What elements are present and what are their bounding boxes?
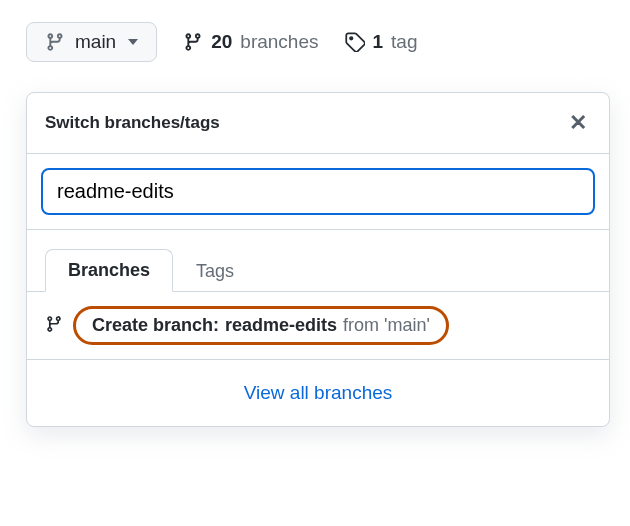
tag-icon: [345, 32, 365, 52]
filter-area: [27, 154, 609, 230]
create-branch-row[interactable]: Create branch: readme-edits from 'main': [27, 292, 609, 360]
popover-tabs: Branches Tags: [27, 230, 609, 292]
current-branch-label: main: [75, 31, 116, 53]
create-branch-name: readme-edits: [225, 315, 337, 336]
tags-link[interactable]: 1 tag: [345, 31, 418, 53]
popover-title: Switch branches/tags: [45, 113, 220, 133]
branches-link[interactable]: 20 branches: [183, 31, 318, 53]
branch-filter-input[interactable]: [41, 168, 595, 215]
tags-label: tag: [391, 31, 417, 53]
git-branch-icon: [45, 32, 65, 52]
repo-topbar: main 20 branches 1 tag: [0, 0, 630, 62]
branch-switch-popover: Switch branches/tags ✕ Branches Tags Cre…: [26, 92, 610, 427]
create-branch-highlight: Create branch: readme-edits from 'main': [73, 306, 449, 345]
tab-tags[interactable]: Tags: [173, 250, 257, 292]
tab-branches[interactable]: Branches: [45, 249, 173, 292]
popover-header: Switch branches/tags ✕: [27, 93, 609, 154]
git-branch-icon: [45, 315, 63, 337]
view-all-branches-link[interactable]: View all branches: [27, 360, 609, 426]
tags-count: 1: [373, 31, 384, 53]
svg-point-0: [350, 37, 353, 40]
caret-down-icon: [128, 39, 138, 45]
create-branch-prefix: Create branch:: [92, 315, 219, 336]
branch-select-button[interactable]: main: [26, 22, 157, 62]
close-icon[interactable]: ✕: [565, 108, 591, 138]
create-branch-from: from 'main': [343, 315, 430, 336]
branches-count: 20: [211, 31, 232, 53]
branches-label: branches: [240, 31, 318, 53]
git-branch-icon: [183, 32, 203, 52]
